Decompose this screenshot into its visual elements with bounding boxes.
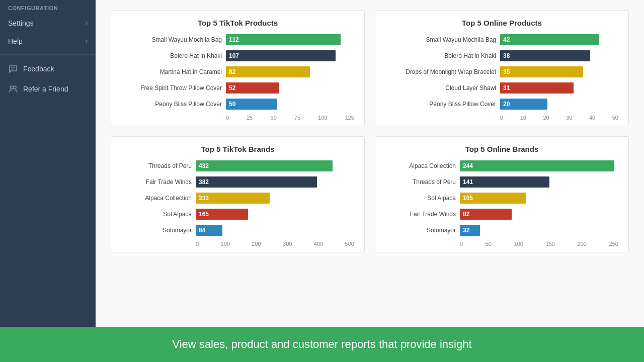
bar-label: Small Wayuu Mochila Bag — [121, 36, 222, 43]
help-chevron-icon: › — [86, 38, 88, 45]
bar-value-text: 35 — [503, 68, 510, 75]
bar-row: Drops of Moonlight Wrap Bracelet35 — [385, 66, 618, 77]
bar-track: 20 — [500, 99, 618, 110]
bar-label: Peony Bliss Pillow Cover — [121, 101, 222, 108]
bar-value-text: 112 — [229, 36, 239, 43]
bar-label: Alpaca Collection — [385, 162, 456, 169]
x-axis-tick: 0 — [226, 115, 229, 121]
bar-fill: 82 — [460, 209, 512, 220]
x-axis-tick: 20 — [543, 115, 549, 121]
bar-row: Fair Trade Winds382 — [121, 176, 354, 188]
bar-track: 233 — [196, 193, 354, 204]
bar-fill: 107 — [226, 50, 336, 61]
bar-value-text: 38 — [503, 52, 510, 59]
bar-value-text: 32 — [463, 227, 469, 234]
x-axis-tick: 400 — [314, 241, 323, 247]
x-axis-tick: 0 — [196, 241, 199, 247]
tiktok-brands-xaxis: 0100200300400500 — [196, 241, 354, 247]
banner-text: View sales, product and customer reports… — [172, 338, 471, 350]
bar-label: Threads of Peru — [121, 162, 192, 169]
online-brands-title: Top 5 Online Brands — [385, 145, 618, 153]
bar-fill: 32 — [460, 225, 480, 236]
sidebar-item-settings[interactable]: Settings › — [0, 14, 96, 32]
bar-fill: 112 — [226, 34, 341, 45]
online-products-bars: Small Wayuu Mochila Bag42Bolero Hat in K… — [385, 34, 618, 110]
bar-row: Alpaca Collection233 — [121, 193, 354, 204]
bar-label: Small Wayuu Mochila Bag — [385, 36, 496, 43]
bar-track: 42 — [500, 34, 618, 45]
bar-label: Fair Trade Winds — [121, 178, 192, 186]
tiktok-products-xaxis: 0255075100125 — [226, 115, 354, 121]
bar-fill: 82 — [226, 66, 310, 77]
tiktok-products-chart: Top 5 TikTok Products Small Wayuu Mochil… — [111, 10, 365, 126]
sidebar: CONFIGURATION Settings › Help › Feedback — [0, 0, 96, 327]
bar-row: Sol Alpaca165 — [121, 209, 354, 220]
bar-label: Alpaca Collection — [121, 195, 192, 202]
bar-track: 141 — [460, 176, 618, 188]
tiktok-brands-bars: Threads of Peru432Fair Trade Winds382Alp… — [121, 160, 354, 236]
bar-fill: 244 — [460, 160, 614, 171]
bar-label: Fair Trade Winds — [385, 211, 456, 218]
bar-row: Threads of Peru141 — [385, 176, 618, 188]
online-products-chart: Top 5 Online Products Small Wayuu Mochil… — [375, 10, 629, 126]
bar-row: Free Spirit Throw Pillow Cover52 — [121, 82, 354, 94]
x-axis-tick: 500 — [345, 241, 354, 247]
x-axis-tick: 25 — [247, 115, 253, 121]
bar-fill: 141 — [460, 176, 549, 188]
bar-track: 244 — [460, 160, 618, 171]
bar-value-text: 31 — [503, 84, 510, 92]
bar-fill: 382 — [196, 176, 317, 188]
bar-value-text: 84 — [199, 227, 205, 234]
bar-row: Small Wayuu Mochila Bag112 — [121, 34, 354, 45]
x-axis-tick: 10 — [520, 115, 526, 121]
sidebar-divider — [0, 54, 96, 55]
sidebar-item-refer[interactable]: Refer a Friend — [0, 79, 96, 99]
bar-fill: 31 — [500, 82, 574, 94]
bar-value-text: 432 — [199, 162, 209, 169]
bottom-banner: View sales, product and customer reports… — [0, 327, 644, 362]
tiktok-products-title: Top 5 TikTok Products — [121, 19, 354, 27]
bar-fill: 20 — [500, 99, 547, 110]
bar-label: Bolero Hat in Khaki — [385, 52, 496, 59]
bar-row: Martina Hat in Caramel82 — [121, 66, 354, 77]
bar-label: Martina Hat in Caramel — [121, 68, 222, 75]
bar-label: Sol Alpaca — [121, 211, 192, 218]
bar-value-text: 50 — [229, 101, 235, 108]
bar-value-text: 42 — [503, 36, 510, 43]
x-axis-tick: 100 — [514, 241, 523, 247]
x-axis-tick: 150 — [546, 241, 555, 247]
bar-row: Bolero Hat in Khaki107 — [121, 50, 354, 61]
svg-point-3 — [13, 86, 16, 89]
bar-label: Bolero Hat in Khaki — [121, 52, 222, 59]
bar-value-text: 52 — [229, 84, 235, 92]
bar-fill: 35 — [500, 66, 583, 77]
bar-value-text: 105 — [463, 195, 473, 202]
sidebar-item-help[interactable]: Help › — [0, 32, 96, 50]
x-axis-tick: 50 — [486, 241, 492, 247]
bar-row: Small Wayuu Mochila Bag42 — [385, 34, 618, 45]
x-axis-tick: 30 — [566, 115, 572, 121]
bar-fill: 165 — [196, 209, 248, 220]
refer-label: Refer a Friend — [23, 85, 68, 93]
x-axis-tick: 300 — [283, 241, 292, 247]
sidebar-item-feedback[interactable]: Feedback — [0, 59, 96, 79]
settings-label: Settings — [8, 19, 34, 27]
bar-row: Fair Trade Winds82 — [385, 209, 618, 220]
x-axis-tick: 200 — [578, 241, 587, 247]
charts-grid: Top 5 TikTok Products Small Wayuu Mochil… — [111, 10, 629, 252]
bar-value-text: 82 — [229, 68, 235, 75]
bar-label: Threads of Peru — [385, 178, 456, 186]
bar-value-text: 82 — [463, 211, 469, 218]
online-brands-bars: Alpaca Collection244Threads of Peru141So… — [385, 160, 618, 236]
tiktok-brands-title: Top 5 TikTok Brands — [121, 145, 354, 153]
bar-fill: 50 — [226, 99, 277, 110]
bar-row: Cloud Layer Shawl31 — [385, 82, 618, 94]
x-axis-tick: 100 — [221, 241, 230, 247]
x-axis-tick: 100 — [318, 115, 327, 121]
bar-track: 52 — [226, 82, 354, 94]
settings-chevron-icon: › — [86, 20, 88, 27]
bar-track: 82 — [460, 209, 618, 220]
online-brands-xaxis: 050100150200250 — [460, 241, 618, 247]
main-content: Top 5 TikTok Products Small Wayuu Mochil… — [96, 0, 644, 327]
bar-value-text: 382 — [199, 178, 209, 186]
